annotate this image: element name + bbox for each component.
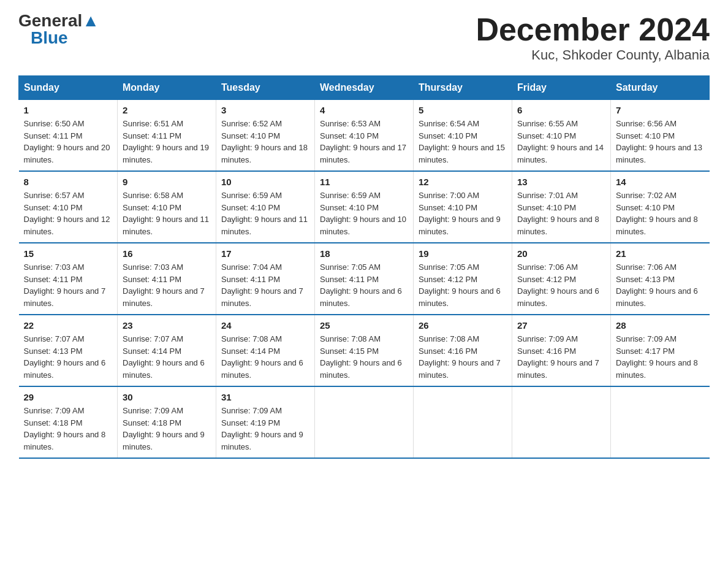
calendar-cell — [512, 386, 611, 458]
day-number: 25 — [320, 320, 408, 331]
day-number: 15 — [24, 248, 113, 259]
calendar-cell: 8 Sunrise: 6:57 AM Sunset: 4:10 PM Dayli… — [19, 171, 118, 243]
calendar-body: 1 Sunrise: 6:50 AM Sunset: 4:11 PM Dayli… — [19, 100, 710, 459]
day-info: Sunrise: 6:52 AM Sunset: 4:10 PM Dayligh… — [221, 118, 309, 166]
logo: General▲ Blue — [18, 12, 99, 47]
day-info: Sunrise: 6:50 AM Sunset: 4:11 PM Dayligh… — [24, 118, 113, 166]
day-info: Sunrise: 7:09 AM Sunset: 4:18 PM Dayligh… — [123, 405, 211, 453]
calendar-cell: 5 Sunrise: 6:54 AM Sunset: 4:10 PM Dayli… — [414, 100, 512, 172]
day-number: 23 — [123, 320, 211, 331]
calendar-cell: 6 Sunrise: 6:55 AM Sunset: 4:10 PM Dayli… — [512, 100, 611, 172]
day-number: 22 — [24, 320, 113, 331]
day-info: Sunrise: 7:07 AM Sunset: 4:13 PM Dayligh… — [24, 333, 113, 381]
calendar-cell: 3 Sunrise: 6:52 AM Sunset: 4:10 PM Dayli… — [216, 100, 315, 172]
calendar-cell: 26 Sunrise: 7:08 AM Sunset: 4:16 PM Dayl… — [414, 315, 512, 386]
logo-general-text: General▲ — [18, 12, 99, 29]
day-info: Sunrise: 7:04 AM Sunset: 4:11 PM Dayligh… — [221, 261, 309, 309]
day-number: 6 — [517, 105, 605, 115]
calendar-cell: 24 Sunrise: 7:08 AM Sunset: 4:14 PM Dayl… — [216, 315, 315, 386]
day-number: 8 — [24, 177, 113, 187]
calendar-cell: 18 Sunrise: 7:05 AM Sunset: 4:11 PM Dayl… — [315, 243, 414, 315]
day-info: Sunrise: 6:53 AM Sunset: 4:10 PM Dayligh… — [320, 118, 408, 166]
week-row-2: 8 Sunrise: 6:57 AM Sunset: 4:10 PM Dayli… — [19, 171, 710, 243]
title-block: December 2024 Kuc, Shkoder County, Alban… — [476, 12, 710, 63]
calendar-header: SundayMondayTuesdayWednesdayThursdayFrid… — [19, 76, 710, 100]
calendar-cell: 12 Sunrise: 7:00 AM Sunset: 4:10 PM Dayl… — [414, 171, 512, 243]
day-info: Sunrise: 7:09 AM Sunset: 4:19 PM Dayligh… — [221, 405, 309, 453]
day-number: 16 — [123, 248, 211, 259]
day-info: Sunrise: 7:06 AM Sunset: 4:12 PM Dayligh… — [517, 261, 605, 309]
day-number: 3 — [221, 105, 309, 115]
day-info: Sunrise: 7:09 AM Sunset: 4:16 PM Dayligh… — [517, 333, 605, 381]
calendar-cell: 30 Sunrise: 7:09 AM Sunset: 4:18 PM Dayl… — [118, 386, 216, 458]
day-number: 14 — [616, 177, 705, 187]
calendar-cell: 16 Sunrise: 7:03 AM Sunset: 4:11 PM Dayl… — [118, 243, 216, 315]
calendar-cell: 11 Sunrise: 6:59 AM Sunset: 4:10 PM Dayl… — [315, 171, 414, 243]
calendar-cell: 22 Sunrise: 7:07 AM Sunset: 4:13 PM Dayl… — [19, 315, 118, 386]
day-info: Sunrise: 6:57 AM Sunset: 4:10 PM Dayligh… — [24, 190, 113, 237]
day-info: Sunrise: 7:08 AM Sunset: 4:15 PM Dayligh… — [320, 333, 408, 381]
week-row-3: 15 Sunrise: 7:03 AM Sunset: 4:11 PM Dayl… — [19, 243, 710, 315]
day-info: Sunrise: 7:09 AM Sunset: 4:17 PM Dayligh… — [616, 333, 705, 381]
day-number: 10 — [221, 177, 309, 187]
calendar-cell: 14 Sunrise: 7:02 AM Sunset: 4:10 PM Dayl… — [611, 171, 710, 243]
calendar-cell — [414, 386, 512, 458]
calendar-cell: 7 Sunrise: 6:56 AM Sunset: 4:10 PM Dayli… — [611, 100, 710, 172]
day-number: 9 — [123, 177, 211, 187]
calendar-cell — [315, 386, 414, 458]
calendar-cell: 10 Sunrise: 6:59 AM Sunset: 4:10 PM Dayl… — [216, 171, 315, 243]
day-info: Sunrise: 6:54 AM Sunset: 4:10 PM Dayligh… — [419, 118, 507, 166]
day-number: 24 — [221, 320, 309, 331]
logo-blue-text: Blue — [31, 29, 68, 47]
calendar-title: December 2024 — [476, 12, 710, 47]
calendar-subtitle: Kuc, Shkoder County, Albania — [476, 47, 710, 63]
day-number: 7 — [616, 105, 705, 115]
day-number: 27 — [517, 320, 605, 331]
day-info: Sunrise: 6:58 AM Sunset: 4:10 PM Dayligh… — [123, 190, 211, 237]
day-number: 26 — [419, 320, 507, 331]
day-info: Sunrise: 7:05 AM Sunset: 4:12 PM Dayligh… — [419, 261, 507, 309]
calendar-cell: 28 Sunrise: 7:09 AM Sunset: 4:17 PM Dayl… — [611, 315, 710, 386]
day-info: Sunrise: 7:02 AM Sunset: 4:10 PM Dayligh… — [616, 190, 705, 237]
day-info: Sunrise: 6:59 AM Sunset: 4:10 PM Dayligh… — [221, 190, 309, 237]
day-info: Sunrise: 6:51 AM Sunset: 4:11 PM Dayligh… — [123, 118, 211, 166]
calendar-cell: 4 Sunrise: 6:53 AM Sunset: 4:10 PM Dayli… — [315, 100, 414, 172]
calendar-cell: 19 Sunrise: 7:05 AM Sunset: 4:12 PM Dayl… — [414, 243, 512, 315]
calendar-cell: 23 Sunrise: 7:07 AM Sunset: 4:14 PM Dayl… — [118, 315, 216, 386]
calendar-cell: 13 Sunrise: 7:01 AM Sunset: 4:10 PM Dayl… — [512, 171, 611, 243]
week-row-4: 22 Sunrise: 7:07 AM Sunset: 4:13 PM Dayl… — [19, 315, 710, 386]
day-info: Sunrise: 6:56 AM Sunset: 4:10 PM Dayligh… — [616, 118, 705, 166]
header-day-thursday: Thursday — [414, 76, 512, 100]
day-number: 18 — [320, 248, 408, 259]
day-info: Sunrise: 7:03 AM Sunset: 4:11 PM Dayligh… — [24, 261, 113, 309]
day-number: 12 — [419, 177, 507, 187]
day-info: Sunrise: 6:59 AM Sunset: 4:10 PM Dayligh… — [320, 190, 408, 237]
calendar-cell: 9 Sunrise: 6:58 AM Sunset: 4:10 PM Dayli… — [118, 171, 216, 243]
calendar-cell: 15 Sunrise: 7:03 AM Sunset: 4:11 PM Dayl… — [19, 243, 118, 315]
day-number: 28 — [616, 320, 705, 331]
calendar-cell: 17 Sunrise: 7:04 AM Sunset: 4:11 PM Dayl… — [216, 243, 315, 315]
header-day-friday: Friday — [512, 76, 611, 100]
day-info: Sunrise: 7:08 AM Sunset: 4:16 PM Dayligh… — [419, 333, 507, 381]
header-day-saturday: Saturday — [611, 76, 710, 100]
day-number: 1 — [24, 105, 113, 115]
calendar-cell: 27 Sunrise: 7:09 AM Sunset: 4:16 PM Dayl… — [512, 315, 611, 386]
day-info: Sunrise: 7:03 AM Sunset: 4:11 PM Dayligh… — [123, 261, 211, 309]
calendar-cell: 29 Sunrise: 7:09 AM Sunset: 4:18 PM Dayl… — [19, 386, 118, 458]
calendar-table: SundayMondayTuesdayWednesdayThursdayFrid… — [18, 75, 710, 459]
day-info: Sunrise: 7:09 AM Sunset: 4:18 PM Dayligh… — [24, 405, 113, 453]
day-number: 29 — [24, 392, 113, 402]
header-day-monday: Monday — [118, 76, 216, 100]
day-number: 2 — [123, 105, 211, 115]
calendar-cell: 1 Sunrise: 6:50 AM Sunset: 4:11 PM Dayli… — [19, 100, 118, 172]
header-row: SundayMondayTuesdayWednesdayThursdayFrid… — [19, 76, 710, 100]
page-header: General▲ Blue December 2024 Kuc, Shkoder… — [18, 12, 710, 63]
day-info: Sunrise: 6:55 AM Sunset: 4:10 PM Dayligh… — [517, 118, 605, 166]
header-day-tuesday: Tuesday — [216, 76, 315, 100]
header-day-sunday: Sunday — [19, 76, 118, 100]
day-info: Sunrise: 7:08 AM Sunset: 4:14 PM Dayligh… — [221, 333, 309, 381]
calendar-cell: 31 Sunrise: 7:09 AM Sunset: 4:19 PM Dayl… — [216, 386, 315, 458]
calendar-cell: 20 Sunrise: 7:06 AM Sunset: 4:12 PM Dayl… — [512, 243, 611, 315]
day-info: Sunrise: 7:01 AM Sunset: 4:10 PM Dayligh… — [517, 190, 605, 237]
calendar-cell: 25 Sunrise: 7:08 AM Sunset: 4:15 PM Dayl… — [315, 315, 414, 386]
